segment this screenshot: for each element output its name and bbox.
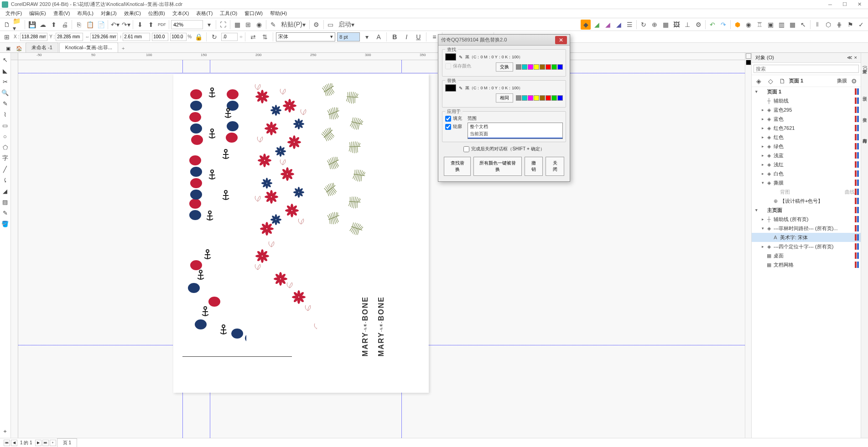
position-icon[interactable]: ⊞ <box>2 32 12 42</box>
tab-home-icon[interactable]: ▣ <box>4 44 13 52</box>
close-button[interactable]: 关闭 <box>546 157 564 176</box>
pick-tool-icon[interactable]: ↖ <box>0 55 10 65</box>
outline-checkbox[interactable]: 轮廓 <box>445 123 462 130</box>
maximize-button[interactable]: ☐ <box>838 0 852 9</box>
close-after-checkbox[interactable]: 完成后关闭对话框（SHIFT + 确定） <box>442 146 566 152</box>
tree-item[interactable]: ▸◈浅蓝 <box>752 151 861 160</box>
all-colors-button[interactable]: 所有颜色一键被替换 <box>473 157 522 176</box>
replace-color-swatch[interactable] <box>445 84 456 92</box>
y-input[interactable] <box>56 33 83 41</box>
tree-item[interactable]: ▸◈白色 <box>752 169 861 178</box>
tree-item[interactable]: ▸◈红色7621 <box>752 123 861 133</box>
expand-icon[interactable]: ▸ <box>760 153 765 158</box>
cube-icon[interactable]: ⬡ <box>823 20 833 30</box>
guides-icon[interactable]: ⊞ <box>243 20 253 30</box>
page-next-icon[interactable]: ▶ <box>35 440 42 446</box>
right-tab-objects[interactable]: 对象(O) <box>861 62 868 76</box>
font-select[interactable]: 宋体▾ <box>276 32 335 41</box>
cloud-up-icon[interactable]: ⬆ <box>49 20 59 30</box>
tree-item[interactable]: ▸┼辅助线 (所有页) <box>752 215 861 224</box>
expand-icon[interactable]: ▸ <box>760 135 765 139</box>
undo-icon[interactable]: ↶▾ <box>110 20 120 30</box>
rotate-icon[interactable]: ↻ <box>209 32 219 42</box>
palette-color[interactable] <box>522 64 527 70</box>
page-label[interactable]: 页面 1 <box>789 77 803 84</box>
mirror-v-icon[interactable]: ⇅ <box>260 32 270 42</box>
panel-prev-icon[interactable]: ≪ <box>847 55 852 61</box>
cloud-down-icon[interactable]: ☁ <box>38 20 48 30</box>
tree-item[interactable]: ┼辅助线 <box>752 96 861 105</box>
paste-dropdown[interactable]: 粘贴(P)▾ <box>279 20 307 30</box>
ruler-vertical[interactable] <box>11 60 18 438</box>
zoom-tool-icon[interactable]: 🔍 <box>0 87 10 98</box>
gear-icon[interactable]: ⚙ <box>693 20 703 30</box>
fullscreen-icon[interactable]: ⛶ <box>218 20 228 30</box>
snap-icon[interactable]: ◉ <box>254 20 264 30</box>
dialog-close-icon[interactable]: ✕ <box>555 36 567 44</box>
palette-color[interactable] <box>534 64 539 70</box>
panel-settings-icon[interactable]: ⚙ <box>849 76 859 86</box>
scale-x-input[interactable] <box>152 33 168 41</box>
shadow-tool-icon[interactable]: ◢ <box>0 186 10 196</box>
tree-item[interactable]: ▦桌面 <box>752 251 861 260</box>
redo-icon[interactable]: ↷▾ <box>121 20 131 30</box>
fill-checkbox[interactable]: 填充 <box>445 115 462 122</box>
palette-color[interactable] <box>516 95 521 101</box>
add-tool-icon[interactable]: + <box>0 426 10 436</box>
redo2-icon[interactable]: ↷ <box>718 20 728 30</box>
workspace[interactable]: MARY-LE-BONE MARY-LE-BONE <box>18 60 751 438</box>
colorbar[interactable] <box>745 53 751 438</box>
palette-color[interactable] <box>522 95 527 101</box>
plugin4-icon[interactable]: ◢ <box>613 20 624 30</box>
mirror-h-icon[interactable]: ⇄ <box>248 32 258 42</box>
tree-item[interactable]: A美术字: 宋体 <box>752 233 861 242</box>
tree-item[interactable]: ▾◈---菲林时间路径--- (所有页)... <box>752 224 861 233</box>
tree-item[interactable]: ▸◈---四个定位十字--- (所有页) <box>752 242 861 251</box>
connector-tool-icon[interactable]: ⤹ <box>0 175 10 185</box>
page-tab[interactable]: 页 1 <box>57 438 77 447</box>
tree-item[interactable]: ▸◈蓝色295 <box>752 105 861 114</box>
page-prev-icon[interactable]: ◀ <box>11 440 17 446</box>
bold-icon[interactable]: B <box>390 32 400 42</box>
text-tool-icon[interactable]: 字 <box>0 153 10 163</box>
menu-view[interactable]: 查看(V) <box>50 9 74 18</box>
parallel-tool-icon[interactable]: ╱ <box>0 164 10 174</box>
tree-item[interactable]: ▾◈撕膜 <box>752 178 861 187</box>
page-last-icon[interactable]: ⏭ <box>42 440 49 446</box>
new-icon[interactable]: 🗋 <box>2 20 12 30</box>
width-input[interactable] <box>90 33 118 41</box>
open-icon[interactable]: 📁▾ <box>13 20 23 30</box>
window-icon[interactable]: ▭ <box>326 20 336 30</box>
refresh-icon[interactable]: ↻ <box>639 20 649 30</box>
target-icon[interactable]: ⊕ <box>650 20 660 30</box>
palette-color[interactable] <box>546 64 551 70</box>
underline-icon[interactable]: U <box>413 32 423 42</box>
palette-color[interactable] <box>546 95 551 101</box>
palette-color[interactable] <box>557 95 563 101</box>
palette-color[interactable] <box>516 64 521 70</box>
chart-icon[interactable]: ▥ <box>776 20 786 30</box>
menu-file[interactable]: 文件(F) <box>2 9 26 18</box>
x-input[interactable] <box>20 33 47 41</box>
expand-icon[interactable]: ▸ <box>760 217 765 221</box>
shield-icon[interactable]: ⬢ <box>733 20 743 30</box>
expand-icon[interactable]: ▸ <box>760 126 765 130</box>
plugin5-icon[interactable]: ☰ <box>624 20 634 30</box>
rectangle-tool-icon[interactable]: ▭ <box>0 120 10 130</box>
plugin3-icon[interactable]: ◢ <box>603 20 613 30</box>
menu-bitmap[interactable]: 位图(B) <box>145 9 169 18</box>
eyedropper-icon[interactable]: ✎ <box>459 55 463 60</box>
close-button[interactable]: ✕ <box>852 0 866 9</box>
artistic-tool-icon[interactable]: ⌇ <box>0 109 10 119</box>
guideline-h[interactable] <box>18 73 751 73</box>
edit-icon[interactable]: ✎ <box>268 20 278 30</box>
menu-text[interactable]: 文本(X) <box>169 9 193 18</box>
home-icon[interactable]: 🏠 <box>15 44 24 52</box>
palette-icon[interactable]: ▦ <box>787 20 797 30</box>
page-first-icon[interactable]: ⏮ <box>4 440 10 446</box>
menu-layout[interactable]: 布局(L) <box>73 9 97 18</box>
menu-table[interactable]: 表格(T) <box>192 9 216 18</box>
menu-object[interactable]: 对象(J) <box>97 9 120 18</box>
undo2-icon[interactable]: ↶ <box>707 20 717 30</box>
right-tab-shapes[interactable]: 形状 <box>861 89 868 97</box>
